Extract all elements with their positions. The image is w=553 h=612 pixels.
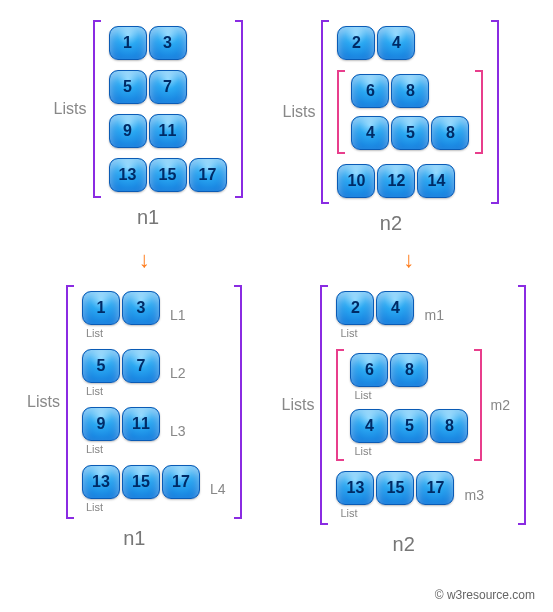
lists-label: Lists (54, 100, 87, 118)
list-mini-label: List (340, 507, 357, 519)
credit-label: © w3resource.com (12, 588, 535, 602)
bracket-right-pink (475, 70, 483, 154)
bracket-left-pink (337, 70, 345, 154)
list-item: 24 List m1 (336, 291, 509, 339)
row-tag: m3 (464, 487, 483, 503)
list-mini-label: List (354, 389, 371, 401)
list-item: 131517 List m3 (336, 471, 509, 519)
list-item: 13 (109, 26, 227, 60)
arrow-row: ↓ ↓ (12, 247, 541, 273)
lists-label: Lists (282, 396, 315, 414)
row-tag: L1 (170, 307, 186, 323)
list-item: 24 (337, 26, 483, 60)
row-tag: L2 (170, 365, 186, 381)
bracket-right (235, 20, 243, 198)
bracket-right (491, 20, 499, 204)
var-name: n1 (123, 527, 145, 550)
top-row: Lists 13 57 911 131517 n1 Lists 24 (12, 20, 541, 235)
arrow-down-icon: ↓ (139, 247, 150, 273)
inner-group: 68 List 458 List m2 (336, 349, 509, 461)
bracket-left (93, 20, 101, 198)
bracket-left (321, 20, 329, 204)
list-mini-label: List (354, 445, 371, 457)
list-item: 131517 List L4 (82, 465, 226, 513)
lists-label: Lists (27, 393, 60, 411)
var-name: n1 (137, 206, 159, 229)
list-item: 911 (109, 114, 227, 148)
list-mini-label: List (86, 327, 103, 339)
bracket-right-pink (474, 349, 482, 461)
panel-top-n2: Lists 24 68 458 101214 n2 (283, 20, 500, 235)
bottom-row: Lists 13 List L1 57 List (12, 285, 541, 556)
row-tag: m2 (490, 397, 509, 413)
row-tag: L4 (210, 481, 226, 497)
list-item: 911 List L3 (82, 407, 226, 455)
list-item: 131517 (109, 158, 227, 192)
stack-top-n1: 13 57 911 131517 (107, 20, 229, 198)
list-item: 458 List (350, 409, 468, 457)
var-name: n2 (380, 212, 402, 235)
list-item: 57 (109, 70, 227, 104)
diagram-root: Lists 13 57 911 131517 n1 Lists 24 (12, 20, 541, 602)
panel-top-n1: Lists 13 57 911 131517 n1 (54, 20, 243, 235)
list-mini-label: List (340, 327, 357, 339)
arrow-down-icon: ↓ (403, 247, 414, 273)
bracket-left-pink (336, 349, 344, 461)
list-mini-label: List (86, 501, 103, 513)
row-tag: L3 (170, 423, 186, 439)
stack-top-n2: 24 68 458 101214 (335, 20, 485, 204)
row-tag: m1 (424, 307, 443, 323)
bracket-left (320, 285, 328, 525)
list-item: 458 (351, 116, 469, 150)
list-mini-label: List (86, 443, 103, 455)
var-name: n2 (393, 533, 415, 556)
inner-group: 68 458 (337, 70, 483, 154)
bracket-right (518, 285, 526, 525)
list-item: 57 List L2 (82, 349, 226, 397)
list-item: 13 List L1 (82, 291, 226, 339)
list-item: 68 List (350, 353, 468, 401)
panel-bottom-n1: Lists 13 List L1 57 List (27, 285, 241, 556)
panel-bottom-n2: Lists 24 List m1 68 (282, 285, 526, 556)
list-mini-label: List (86, 385, 103, 397)
lists-label: Lists (283, 103, 316, 121)
bracket-right (234, 285, 242, 519)
list-item: 68 (351, 74, 469, 108)
stack-bottom-n2: 24 List m1 68 List 4 (334, 285, 511, 525)
bracket-left (66, 285, 74, 519)
list-item: 101214 (337, 164, 483, 198)
stack-bottom-n1: 13 List L1 57 List L2 91 (80, 285, 228, 519)
